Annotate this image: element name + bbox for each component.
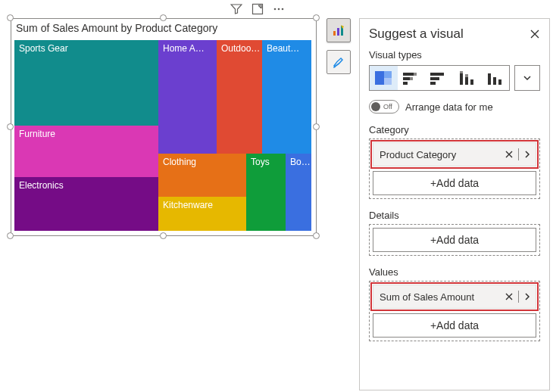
divider [518,291,519,303]
build-visual-button[interactable] [326,18,351,42]
add-data-label: +Add data [430,234,479,246]
close-icon[interactable] [530,29,540,39]
treemap-tile[interactable]: Toys [246,154,286,231]
suggest-visual-panel: Suggest a visual Visual types [359,18,550,390]
field-options-icon[interactable] [523,150,531,159]
visual-type-column[interactable] [481,66,509,90]
svg-rect-9 [384,78,392,85]
category-field-chip[interactable]: Product Category [373,142,536,166]
resize-handle[interactable] [313,14,320,21]
svg-rect-12 [403,77,410,80]
svg-rect-4 [333,31,336,36]
resize-handle[interactable] [7,123,14,130]
add-data-label: +Add data [430,177,479,189]
svg-rect-16 [430,77,439,80]
category-section-label: Category [369,124,540,135]
add-data-button[interactable]: +Add data [373,228,536,252]
resize-handle[interactable] [160,14,167,21]
toggle-state-label: Off [383,103,392,110]
visual-types-label: Visual types [369,49,540,61]
add-data-button[interactable]: +Add data [373,171,536,195]
filter-icon[interactable] [230,3,242,15]
more-options-icon[interactable] [273,3,285,15]
treemap-tile[interactable]: Outdoo… [217,40,262,154]
field-options-icon[interactable] [523,292,531,301]
svg-rect-21 [465,74,468,77]
focus-mode-icon[interactable] [252,3,264,15]
svg-rect-15 [430,73,444,76]
visual-type-stacked-bar[interactable] [398,66,426,90]
field-chip-label: Product Category [380,149,500,160]
resize-handle[interactable] [7,14,14,21]
arrange-data-label: Arrange data for me [405,101,493,113]
svg-rect-18 [460,73,463,85]
svg-point-2 [278,8,280,11]
visual-types-expand[interactable] [514,65,540,91]
visual-types-group [369,65,510,91]
svg-rect-5 [337,28,339,36]
svg-rect-8 [384,71,392,78]
resize-handle[interactable] [7,232,14,239]
visual-type-stacked-column[interactable] [453,66,481,90]
svg-rect-20 [465,77,468,85]
svg-rect-10 [403,73,414,76]
treemap-visual[interactable]: Sum of Sales Amount by Product Category … [11,18,317,236]
treemap-tile[interactable]: Home A… [158,40,217,154]
details-section-label: Details [369,210,540,221]
svg-rect-17 [430,82,436,85]
svg-rect-23 [488,73,491,85]
resize-handle[interactable] [160,232,167,239]
field-chip-label: Sum of Sales Amount [380,291,500,303]
values-field-well[interactable]: Sum of Sales Amount +Add data [369,281,540,341]
treemap-tile[interactable]: Bo… [286,154,311,231]
category-field-well[interactable]: Product Category +Add data [369,138,540,199]
arrange-data-toggle[interactable]: Off [369,100,399,114]
visual-type-bar[interactable] [426,66,454,90]
details-field-well[interactable]: +Add data [369,224,540,256]
divider [518,148,519,160]
svg-rect-24 [493,77,496,85]
treemap-tile[interactable]: Beaut… [262,40,311,154]
chart-title: Sum of Sales Amount by Product Category [11,19,316,36]
resize-handle[interactable] [313,123,320,130]
treemap-tile[interactable]: Sports Gear [14,40,158,126]
svg-rect-25 [498,79,501,85]
svg-rect-11 [414,73,417,76]
treemap-tile[interactable]: Electronics [14,177,158,231]
treemap-tile[interactable]: Furniture [14,126,158,177]
svg-rect-14 [403,82,408,85]
treemap-tile[interactable]: Kitchenware [158,197,246,231]
svg-rect-19 [460,71,463,73]
values-section-label: Values [369,266,540,278]
svg-rect-7 [375,71,384,85]
visual-type-treemap[interactable] [370,66,398,90]
svg-point-1 [274,8,276,11]
add-data-label: +Add data [430,319,479,331]
panel-title: Suggest a visual [369,26,464,42]
values-field-chip[interactable]: Sum of Sales Amount [373,285,536,309]
remove-field-icon[interactable] [505,292,514,301]
resize-handle[interactable] [313,232,320,239]
svg-rect-13 [410,77,413,80]
remove-field-icon[interactable] [505,150,514,159]
add-data-button[interactable]: +Add data [373,313,536,338]
svg-point-3 [282,8,284,11]
svg-rect-22 [470,79,473,85]
format-visual-button[interactable] [326,50,351,74]
